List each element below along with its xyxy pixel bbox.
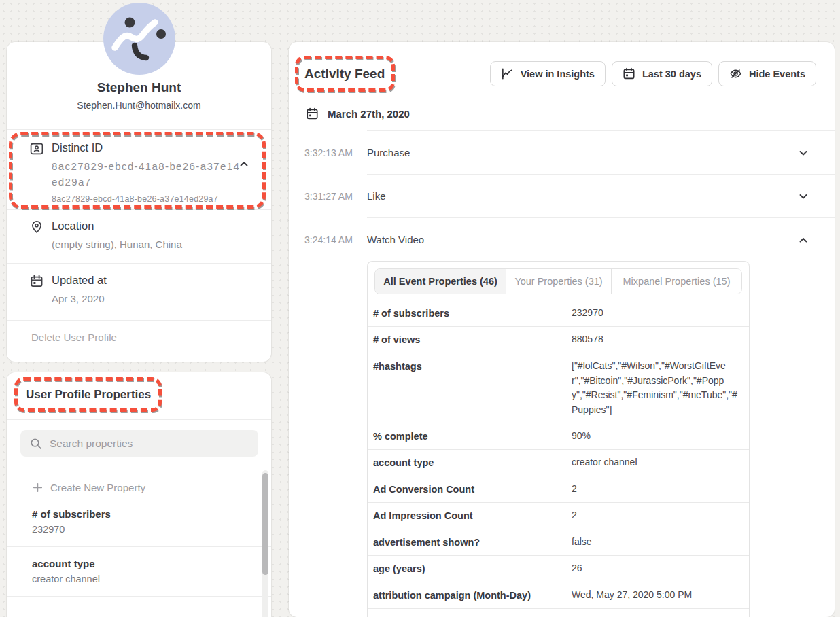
distinct-id-label: Distinct ID (52, 141, 243, 154)
updated-at-section: Updated at Apr 3, 2020 (7, 264, 271, 320)
user-profile-properties-title: User Profile Properties (26, 388, 151, 402)
date-range-label: Last 30 days (642, 69, 701, 80)
calendar-icon (623, 67, 635, 80)
location-value: (empty string), Hunan, China (52, 236, 182, 252)
event-row-watch-video[interactable]: 3:24:14 AM Watch Video (289, 218, 835, 261)
search-placeholder: Search properties (50, 438, 133, 450)
list-item[interactable]: # of subscribers 232970 (7, 497, 271, 546)
table-row: attribution channel Facebook (368, 608, 749, 617)
create-new-property-label: Create New Property (50, 482, 145, 493)
distinct-id-subvalue: 8ac27829-ebcd-41a8-be26-a37e14ed29a7 (52, 194, 243, 204)
event-time: 3:31:27 AM (304, 191, 367, 202)
feed-actions: View in Insights Last 30 days Hide Event… (490, 61, 816, 86)
mixpanel-user-profile-page: Stephen Hunt Stephen.Hunt@hotmailx.com D… (0, 0, 840, 617)
search-icon (30, 438, 41, 449)
scrollbar-track[interactable] (262, 470, 268, 617)
location-section: Location (empty string), Hunan, China (7, 210, 271, 263)
property-value-cell: false (572, 535, 741, 550)
event-time: 3:24:14 AM (304, 234, 367, 245)
properties-list: Create New Property # of subscribers 232… (7, 468, 271, 617)
property-name: # of subscribers (32, 508, 271, 520)
property-value-cell: 2 (572, 482, 741, 497)
event-properties-table: # of subscribers 232970 # of views 88057… (368, 300, 749, 617)
table-row: # of subscribers 232970 (368, 300, 749, 326)
updated-at-value: Apr 3, 2020 (52, 291, 107, 306)
hide-events-button[interactable]: Hide Events (718, 61, 816, 86)
distinct-id-section: Distinct ID 8ac27829-ebcd-41a8-be26-a37e… (7, 130, 271, 209)
property-value-cell: ["#lolCats","#Wilson","#WorstGiftEver","… (572, 359, 741, 417)
property-name-cell: age (years) (373, 561, 572, 576)
property-name: account type (32, 558, 271, 569)
scrollbar-thumb[interactable] (262, 473, 268, 575)
property-name-cell: advertisement shown? (373, 535, 572, 550)
table-row: % complete 90% (368, 423, 749, 449)
date-group-header: March 27th, 2020 (306, 107, 835, 120)
property-value-cell: 90% (572, 429, 741, 444)
property-value: 232970 (32, 524, 271, 535)
chevron-down-icon[interactable] (798, 191, 809, 202)
user-profile-properties-card: User Profile Properties Search propertie… (7, 372, 271, 617)
property-name-cell: # of views (373, 332, 572, 347)
property-value-cell: 26 (572, 561, 741, 576)
updated-at-label: Updated at (52, 274, 107, 287)
property-value-cell: 2 (572, 508, 741, 523)
tab-your-properties[interactable]: Your Properties (31) (506, 269, 611, 294)
eye-off-icon (729, 67, 742, 80)
calendar-icon (306, 107, 319, 120)
avatar (103, 3, 175, 75)
property-name-cell: % complete (373, 429, 572, 444)
chevron-down-icon[interactable] (798, 147, 809, 158)
property-name-cell: attribution campaign (Month-Day) (373, 588, 572, 603)
table-row: attribution campaign (Month-Day) Wed, Ma… (368, 582, 749, 608)
location-label: Location (52, 219, 182, 232)
property-value-cell: Wed, May 27, 2020 5:00 PM (572, 588, 741, 603)
distinct-id-value: 8ac27829-ebcd-41a8-be26-a37e14ed29a7 (52, 158, 243, 190)
date-range-button[interactable]: Last 30 days (612, 61, 712, 86)
property-value: creator channel (32, 574, 271, 584)
list-item[interactable]: account type creator channel (7, 547, 271, 596)
table-row: #hashtags ["#lolCats","#Wilson","#WorstG… (368, 353, 749, 423)
plus-icon (33, 482, 43, 493)
activity-feed-title: Activity Feed (304, 67, 385, 82)
event-name: Purchase (367, 147, 798, 158)
profile-name: Stephen Hunt (7, 80, 271, 95)
table-row: # of views 880578 (368, 326, 749, 353)
event-time: 3:32:13 AM (304, 147, 367, 158)
event-properties-tabs: All Event Properties (46) Your Propertie… (374, 268, 742, 294)
location-pin-icon (30, 220, 43, 234)
distinct-id-collapse-button[interactable] (239, 158, 249, 169)
event-name: Watch Video (367, 234, 798, 245)
event-row-purchase[interactable]: 3:32:13 AM Purchase (289, 131, 835, 174)
property-name-cell: Ad Impression Count (373, 508, 572, 523)
property-name-cell: # of subscribers (373, 306, 572, 321)
table-row: Ad Conversion Count 2 (368, 476, 749, 502)
table-row: Ad Impression Count 2 (368, 502, 749, 529)
avatar-smiley-chart-icon (103, 3, 175, 75)
view-in-insights-label: View in Insights (521, 69, 595, 80)
table-row: advertisement shown? false (368, 529, 749, 555)
event-detail-panel: All Event Properties (46) Your Propertie… (367, 261, 750, 617)
tab-all-event-properties[interactable]: All Event Properties (46) (375, 269, 506, 294)
chevron-up-icon[interactable] (798, 234, 809, 245)
property-value-cell: 232970 (572, 306, 741, 321)
table-row: age (years) 26 (368, 555, 749, 582)
property-value-cell: 880578 (572, 332, 741, 347)
activity-feed-card: Activity Feed View in Insights Last 30 d… (289, 42, 835, 617)
property-name-cell: Ad Conversion Count (373, 482, 572, 497)
line-chart-icon (501, 67, 514, 80)
property-name-cell: attribution channel (373, 614, 572, 617)
delete-user-profile-button[interactable]: Delete User Profile (7, 321, 271, 343)
view-in-insights-button[interactable]: View in Insights (490, 61, 606, 86)
property-name-cell: account type (373, 455, 572, 470)
event-row-like[interactable]: 3:31:27 AM Like (289, 175, 835, 217)
property-name-cell: #hashtags (373, 359, 572, 417)
tab-mixpanel-properties[interactable]: Mixpanel Properties (15) (611, 269, 741, 294)
hide-events-label: Hide Events (749, 69, 805, 80)
event-name: Like (367, 190, 798, 202)
date-group-label: March 27th, 2020 (328, 108, 410, 120)
property-value-cell: creator channel (572, 455, 741, 470)
search-properties-input[interactable]: Search properties (20, 430, 258, 457)
create-new-property-button[interactable]: Create New Property (7, 468, 271, 497)
list-divider (7, 596, 271, 597)
calendar-icon (30, 275, 43, 288)
